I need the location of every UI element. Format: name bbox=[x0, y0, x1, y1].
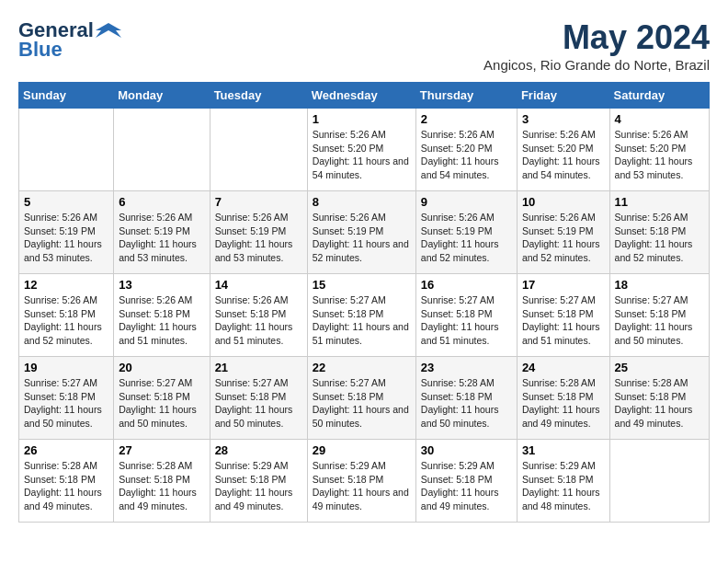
week-row-2: 5Sunrise: 5:26 AMSunset: 5:19 PMDaylight… bbox=[19, 191, 710, 274]
sunset-text: Sunset: 5:18 PM bbox=[215, 307, 302, 321]
day-number: 29 bbox=[313, 443, 411, 457]
day-info: Sunrise: 5:26 AMSunset: 5:18 PMDaylight:… bbox=[215, 293, 302, 348]
logo-bird-icon bbox=[96, 21, 121, 41]
day-number: 7 bbox=[215, 195, 302, 209]
day-info: Sunrise: 5:28 AMSunset: 5:18 PMDaylight:… bbox=[522, 376, 605, 431]
day-number: 15 bbox=[313, 278, 411, 292]
daylight-text: Daylight: 11 hours and 53 minutes. bbox=[215, 237, 302, 264]
calendar-cell: 11Sunrise: 5:26 AMSunset: 5:18 PMDayligh… bbox=[609, 191, 709, 274]
sunset-text: Sunset: 5:18 PM bbox=[522, 473, 605, 487]
calendar-cell: 16Sunrise: 5:27 AMSunset: 5:18 PMDayligh… bbox=[415, 274, 517, 357]
daylight-text: Daylight: 11 hours and 53 minutes. bbox=[119, 237, 204, 264]
day-number: 3 bbox=[522, 112, 605, 126]
week-row-4: 19Sunrise: 5:27 AMSunset: 5:18 PMDayligh… bbox=[19, 357, 710, 440]
calendar-table: SundayMondayTuesdayWednesdayThursdayFrid… bbox=[18, 82, 710, 523]
sunrise-text: Sunrise: 5:27 AM bbox=[421, 293, 512, 307]
sunrise-text: Sunrise: 5:26 AM bbox=[215, 211, 302, 224]
month-title: May 2024 bbox=[483, 18, 710, 57]
day-info: Sunrise: 5:26 AMSunset: 5:20 PMDaylight:… bbox=[522, 128, 605, 182]
calendar-cell: 17Sunrise: 5:27 AMSunset: 5:18 PMDayligh… bbox=[517, 274, 609, 357]
daylight-text: Daylight: 11 hours and 50 minutes. bbox=[421, 403, 512, 430]
daylight-text: Daylight: 11 hours and 51 minutes. bbox=[215, 320, 302, 347]
calendar-cell: 25Sunrise: 5:28 AMSunset: 5:18 PMDayligh… bbox=[609, 357, 709, 440]
day-info: Sunrise: 5:26 AMSunset: 5:20 PMDaylight:… bbox=[615, 128, 704, 182]
calendar-cell bbox=[609, 440, 709, 523]
day-info: Sunrise: 5:27 AMSunset: 5:18 PMDaylight:… bbox=[313, 293, 411, 348]
weekday-header-sunday: Sunday bbox=[19, 83, 114, 109]
sunset-text: Sunset: 5:18 PM bbox=[119, 390, 204, 404]
sunrise-text: Sunrise: 5:28 AM bbox=[119, 459, 204, 473]
sunrise-text: Sunrise: 5:26 AM bbox=[119, 293, 204, 307]
daylight-text: Daylight: 11 hours and 50 minutes. bbox=[119, 403, 204, 430]
daylight-text: Daylight: 11 hours and 52 minutes. bbox=[522, 237, 605, 264]
sunset-text: Sunset: 5:18 PM bbox=[215, 390, 302, 404]
sunset-text: Sunset: 5:20 PM bbox=[615, 142, 704, 155]
day-info: Sunrise: 5:29 AMSunset: 5:18 PMDaylight:… bbox=[215, 459, 302, 513]
daylight-text: Daylight: 11 hours and 49 minutes. bbox=[313, 486, 411, 512]
sunset-text: Sunset: 5:18 PM bbox=[24, 473, 108, 487]
calendar-cell bbox=[114, 109, 210, 191]
sunrise-text: Sunrise: 5:26 AM bbox=[421, 211, 512, 224]
daylight-text: Daylight: 11 hours and 52 minutes. bbox=[24, 320, 108, 347]
day-number: 26 bbox=[24, 443, 108, 457]
sunrise-text: Sunrise: 5:26 AM bbox=[215, 293, 302, 307]
sunrise-text: Sunrise: 5:28 AM bbox=[615, 376, 704, 390]
calendar-cell: 29Sunrise: 5:29 AMSunset: 5:18 PMDayligh… bbox=[307, 440, 415, 523]
calendar-cell: 6Sunrise: 5:26 AMSunset: 5:19 PMDaylight… bbox=[114, 191, 210, 274]
calendar-cell: 14Sunrise: 5:26 AMSunset: 5:18 PMDayligh… bbox=[210, 274, 307, 357]
weekday-header-wednesday: Wednesday bbox=[307, 83, 415, 109]
sunrise-text: Sunrise: 5:26 AM bbox=[119, 211, 204, 224]
day-number: 5 bbox=[24, 195, 108, 209]
day-info: Sunrise: 5:26 AMSunset: 5:19 PMDaylight:… bbox=[215, 211, 302, 265]
sunrise-text: Sunrise: 5:26 AM bbox=[522, 211, 605, 224]
calendar-cell: 30Sunrise: 5:29 AMSunset: 5:18 PMDayligh… bbox=[415, 440, 517, 523]
day-number: 25 bbox=[615, 361, 704, 374]
sunrise-text: Sunrise: 5:29 AM bbox=[421, 459, 512, 473]
weekday-header-monday: Monday bbox=[114, 83, 210, 109]
daylight-text: Daylight: 11 hours and 49 minutes. bbox=[421, 486, 512, 512]
day-number: 9 bbox=[421, 195, 512, 209]
sunset-text: Sunset: 5:18 PM bbox=[421, 473, 512, 487]
calendar-cell: 8Sunrise: 5:26 AMSunset: 5:19 PMDaylight… bbox=[307, 191, 415, 274]
sunset-text: Sunset: 5:18 PM bbox=[119, 473, 204, 487]
day-info: Sunrise: 5:28 AMSunset: 5:18 PMDaylight:… bbox=[119, 459, 204, 513]
calendar-cell: 21Sunrise: 5:27 AMSunset: 5:18 PMDayligh… bbox=[210, 357, 307, 440]
title-area: May 2024 Angicos, Rio Grande do Norte, B… bbox=[483, 18, 710, 73]
day-number: 30 bbox=[421, 443, 512, 457]
sunrise-text: Sunrise: 5:27 AM bbox=[313, 293, 411, 307]
day-info: Sunrise: 5:29 AMSunset: 5:18 PMDaylight:… bbox=[421, 459, 512, 513]
calendar-cell bbox=[19, 109, 114, 191]
daylight-text: Daylight: 11 hours and 54 minutes. bbox=[522, 155, 605, 181]
daylight-text: Daylight: 11 hours and 54 minutes. bbox=[313, 155, 411, 181]
day-number: 16 bbox=[421, 278, 512, 292]
sunset-text: Sunset: 5:19 PM bbox=[215, 224, 302, 238]
sunrise-text: Sunrise: 5:27 AM bbox=[522, 293, 605, 307]
sunset-text: Sunset: 5:18 PM bbox=[522, 390, 605, 404]
daylight-text: Daylight: 11 hours and 51 minutes. bbox=[119, 320, 204, 347]
daylight-text: Daylight: 11 hours and 49 minutes. bbox=[24, 486, 108, 512]
sunrise-text: Sunrise: 5:26 AM bbox=[313, 128, 411, 142]
calendar-cell: 3Sunrise: 5:26 AMSunset: 5:20 PMDaylight… bbox=[517, 109, 609, 191]
sunset-text: Sunset: 5:20 PM bbox=[313, 142, 411, 155]
sunrise-text: Sunrise: 5:29 AM bbox=[215, 459, 302, 473]
calendar-cell: 1Sunrise: 5:26 AMSunset: 5:20 PMDaylight… bbox=[307, 109, 415, 191]
calendar-cell: 2Sunrise: 5:26 AMSunset: 5:20 PMDaylight… bbox=[415, 109, 517, 191]
day-info: Sunrise: 5:27 AMSunset: 5:18 PMDaylight:… bbox=[313, 376, 411, 431]
calendar-cell: 12Sunrise: 5:26 AMSunset: 5:18 PMDayligh… bbox=[19, 274, 114, 357]
day-number: 19 bbox=[24, 361, 108, 374]
sunset-text: Sunset: 5:19 PM bbox=[522, 224, 605, 238]
sunset-text: Sunset: 5:19 PM bbox=[421, 224, 512, 238]
sunset-text: Sunset: 5:20 PM bbox=[421, 142, 512, 155]
sunset-text: Sunset: 5:19 PM bbox=[119, 224, 204, 238]
daylight-text: Daylight: 11 hours and 48 minutes. bbox=[522, 486, 605, 512]
day-number: 17 bbox=[522, 278, 605, 292]
weekday-header-friday: Friday bbox=[517, 83, 609, 109]
daylight-text: Daylight: 11 hours and 49 minutes. bbox=[215, 486, 302, 512]
day-info: Sunrise: 5:28 AMSunset: 5:18 PMDaylight:… bbox=[615, 376, 704, 431]
day-number: 11 bbox=[615, 195, 704, 209]
sunrise-text: Sunrise: 5:26 AM bbox=[421, 128, 512, 142]
day-info: Sunrise: 5:26 AMSunset: 5:19 PMDaylight:… bbox=[421, 211, 512, 265]
daylight-text: Daylight: 11 hours and 52 minutes. bbox=[313, 237, 411, 264]
svg-marker-0 bbox=[96, 23, 121, 38]
sunset-text: Sunset: 5:18 PM bbox=[615, 224, 704, 238]
